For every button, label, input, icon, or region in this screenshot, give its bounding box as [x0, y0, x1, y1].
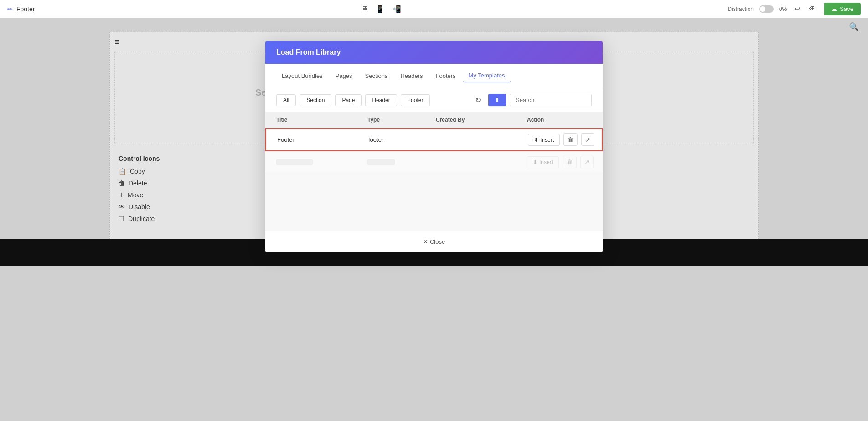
modal-close-area: ✕ Close: [265, 231, 603, 252]
close-label: Close: [430, 238, 445, 245]
row2-action: ⬇ Insert 🗑 ↗: [527, 156, 594, 168]
insert-icon2: ⬇: [533, 159, 537, 165]
table-row: Footer footer ⬇ Insert 🗑 ↗: [265, 128, 603, 151]
col-action: Action: [527, 117, 592, 123]
row2-delete-button[interactable]: 🗑: [563, 156, 577, 168]
upload-icon: ⬆: [495, 97, 500, 103]
nav-layout-bundles[interactable]: Layout Bundles: [276, 70, 328, 82]
row1-title: Footer: [277, 136, 368, 143]
modal-filters: All Section Page Header Footer ↻ ⬆: [265, 88, 603, 112]
search-input[interactable]: [510, 94, 592, 106]
row1-action: ⬇ Insert 🗑 ↗: [528, 133, 594, 146]
topbar: ✏ Footer 🖥 📱 📲 Distraction 0% ↩ 👁 ☁ Save: [0, 0, 868, 18]
distraction-toggle[interactable]: [759, 5, 774, 13]
history-button[interactable]: ↩: [792, 3, 802, 15]
topbar-left: ✏ Footer: [7, 5, 35, 13]
col-created-by: Created By: [436, 117, 527, 123]
row2-export-button[interactable]: ↗: [580, 156, 594, 168]
topbar-center: 🖥 📱 📲: [361, 5, 401, 13]
col-type: Type: [367, 117, 436, 123]
filter-all[interactable]: All: [276, 94, 296, 106]
row1-insert-button[interactable]: ⬇ Insert: [528, 134, 560, 146]
close-x-icon: ✕: [423, 238, 428, 245]
row1-type: footer: [368, 136, 437, 143]
nav-footers[interactable]: Footers: [430, 70, 461, 82]
table-row: ⬇ Insert 🗑 ↗: [265, 151, 603, 173]
mobile-icon[interactable]: 📲: [392, 5, 401, 13]
close-button[interactable]: ✕ Close: [423, 238, 445, 245]
percent-label: 0%: [779, 6, 787, 12]
refresh-button[interactable]: ↻: [471, 94, 485, 106]
preview-button[interactable]: 👁: [807, 3, 818, 15]
distraction-label: Distraction: [728, 6, 754, 12]
page-title: Footer: [16, 5, 35, 13]
save-button[interactable]: ☁ Save: [824, 3, 861, 15]
nav-sections[interactable]: Sections: [360, 70, 393, 82]
row1-delete-button[interactable]: 🗑: [563, 133, 578, 146]
tablet-icon[interactable]: 📱: [376, 5, 385, 13]
edit-icon: ✏: [7, 5, 13, 13]
filter-section[interactable]: Section: [300, 94, 331, 106]
row1-export-button[interactable]: ↗: [581, 133, 594, 146]
canvas-area: ≡ Section Footer Control Icons 📋 Copy 🗑 …: [0, 18, 868, 421]
topbar-right: Distraction 0% ↩ 👁 ☁ Save: [728, 3, 861, 15]
filter-header[interactable]: Header: [365, 94, 397, 106]
nav-headers[interactable]: Headers: [395, 70, 428, 82]
insert-icon: ⬇: [534, 137, 538, 143]
desktop-icon[interactable]: 🖥: [361, 5, 368, 13]
modal-body: Title Type Created By Action Footer foot…: [265, 112, 603, 231]
row2-type: [367, 159, 395, 165]
row2-title: [276, 159, 313, 165]
filter-footer[interactable]: Footer: [401, 94, 430, 106]
save-icon: ☁: [831, 5, 837, 12]
modal-nav: Layout Bundles Pages Sections Headers Fo…: [265, 64, 603, 88]
filter-page[interactable]: Page: [335, 94, 362, 106]
nav-my-templates[interactable]: My Templates: [463, 69, 511, 82]
upload-button[interactable]: ⬆: [488, 94, 506, 106]
nav-pages[interactable]: Pages: [330, 70, 358, 82]
col-title: Title: [276, 117, 367, 123]
table-header: Title Type Created By Action: [265, 112, 603, 128]
modal-title: Load From Library: [276, 48, 341, 56]
load-from-library-modal: Load From Library Layout Bundles Pages S…: [265, 41, 603, 252]
modal-header: Load From Library: [265, 41, 603, 64]
row2-insert-button[interactable]: ⬇ Insert: [527, 156, 559, 168]
